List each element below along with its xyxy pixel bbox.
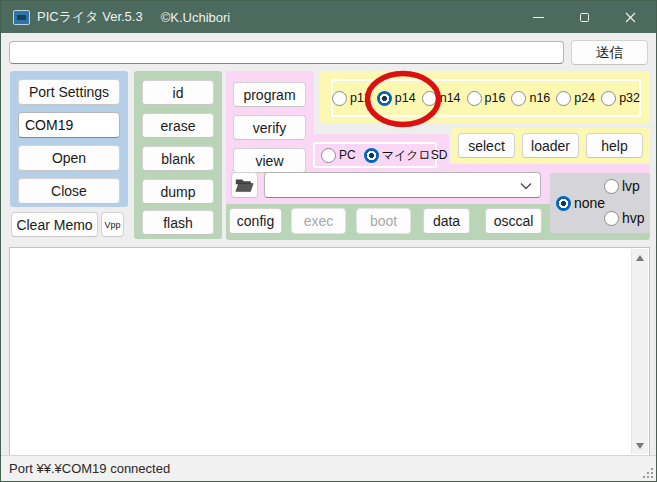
vpp-mode-group: none lvp hvp: [550, 173, 650, 233]
close-window-button[interactable]: [607, 1, 653, 33]
radio-lvp[interactable]: lvp: [604, 178, 640, 194]
blank-button[interactable]: blank: [142, 146, 214, 171]
chevron-down-icon: [520, 182, 532, 190]
osccal-button[interactable]: osccal: [485, 208, 542, 234]
send-button[interactable]: 送信: [571, 40, 648, 65]
boot-button[interactable]: boot: [356, 208, 411, 234]
radio-circle-icon: [422, 91, 437, 106]
radio-n16[interactable]: n16: [511, 91, 550, 106]
loader-button[interactable]: loader: [522, 133, 579, 158]
app-window: 送信 Port Settings Open Close Clear Memo V…: [0, 0, 657, 482]
triangle-up-icon: [636, 255, 644, 261]
send-input[interactable]: [9, 41, 564, 64]
maximize-icon: [580, 13, 589, 22]
radio-label: hvp: [622, 210, 645, 226]
radio-circle-icon: [321, 148, 336, 163]
config-button[interactable]: config: [229, 208, 282, 234]
memo-scrollbar[interactable]: [631, 249, 648, 454]
window-copyright: ©K.Uchibori: [161, 10, 231, 25]
dump-button[interactable]: dump: [142, 179, 214, 204]
help-button[interactable]: help: [586, 133, 643, 158]
device-family-group: p12 p14 n14 p16 n16 p24 p32: [331, 79, 641, 117]
close-button[interactable]: Close: [18, 178, 120, 204]
radio-label: p14: [395, 91, 416, 105]
radio-hvp[interactable]: hvp: [604, 210, 645, 226]
radio-n14[interactable]: n14: [422, 91, 461, 106]
scroll-up-button[interactable]: [632, 249, 648, 266]
radio-pc[interactable]: PC: [321, 148, 356, 163]
close-icon: [625, 12, 636, 23]
open-file-button[interactable]: [231, 172, 258, 198]
port-settings-button[interactable]: Port Settings: [18, 79, 120, 105]
id-button[interactable]: id: [142, 80, 214, 105]
radio-label: n14: [440, 91, 461, 105]
clear-memo-button[interactable]: Clear Memo: [11, 212, 98, 237]
maximize-button[interactable]: [561, 1, 607, 33]
scroll-down-button[interactable]: [632, 437, 648, 454]
flash-button[interactable]: flash: [142, 210, 214, 235]
radio-selected-icon: [364, 148, 379, 163]
view-button[interactable]: view: [233, 148, 306, 173]
verify-button[interactable]: verify: [233, 115, 306, 140]
vpp-button[interactable]: Vpp: [101, 212, 124, 237]
radio-label: none: [574, 195, 605, 211]
radio-none[interactable]: none: [556, 195, 605, 211]
open-button[interactable]: Open: [18, 145, 120, 171]
exec-button[interactable]: exec: [291, 208, 346, 234]
file-combobox[interactable]: [264, 172, 541, 198]
com-port-input[interactable]: [18, 112, 120, 138]
radio-label: p12: [350, 91, 371, 105]
radio-p12[interactable]: p12: [332, 91, 371, 106]
radio-circle-icon: [467, 91, 482, 106]
radio-label: p24: [574, 91, 595, 105]
radio-microsd[interactable]: マイクロSD: [364, 147, 448, 164]
program-button[interactable]: program: [233, 82, 306, 107]
radio-p16[interactable]: p16: [467, 91, 506, 106]
radio-label: p32: [619, 91, 640, 105]
radio-p32[interactable]: p32: [601, 91, 640, 106]
radio-circle-icon: [601, 91, 616, 106]
pic-writer-app-icon: [13, 10, 30, 25]
radio-label: n16: [529, 91, 550, 105]
memo-area[interactable]: [9, 247, 650, 456]
status-text: Port ¥¥.¥COM19 connected: [9, 461, 170, 476]
window-title: PICライタ Ver.5.3: [37, 8, 143, 26]
radio-p24[interactable]: p24: [556, 91, 595, 106]
triangle-down-icon: [636, 443, 644, 449]
target-group: PC マイクロSD: [313, 142, 437, 168]
radio-circle-icon: [511, 91, 526, 106]
radio-selected-icon: [377, 91, 392, 106]
resize-grip[interactable]: [641, 466, 654, 479]
minimize-icon: [533, 17, 544, 18]
radio-label: マイクロSD: [382, 147, 448, 164]
data-button[interactable]: data: [423, 208, 470, 234]
radio-circle-icon: [332, 91, 347, 106]
select-button[interactable]: select: [458, 133, 515, 158]
status-bar: Port ¥¥.¥COM19 connected: [1, 455, 656, 481]
radio-selected-icon: [556, 196, 571, 211]
radio-label: p16: [485, 91, 506, 105]
titlebar: PICライタ Ver.5.3 ©K.Uchibori: [1, 1, 656, 33]
radio-circle-icon: [604, 211, 619, 226]
radio-label: lvp: [622, 178, 640, 194]
radio-label: PC: [339, 148, 356, 162]
radio-circle-icon: [556, 91, 571, 106]
radio-circle-icon: [604, 179, 619, 194]
open-folder-icon: [235, 178, 254, 193]
minimize-button[interactable]: [515, 1, 561, 33]
radio-p14[interactable]: p14: [377, 91, 416, 106]
erase-button[interactable]: erase: [142, 113, 214, 138]
